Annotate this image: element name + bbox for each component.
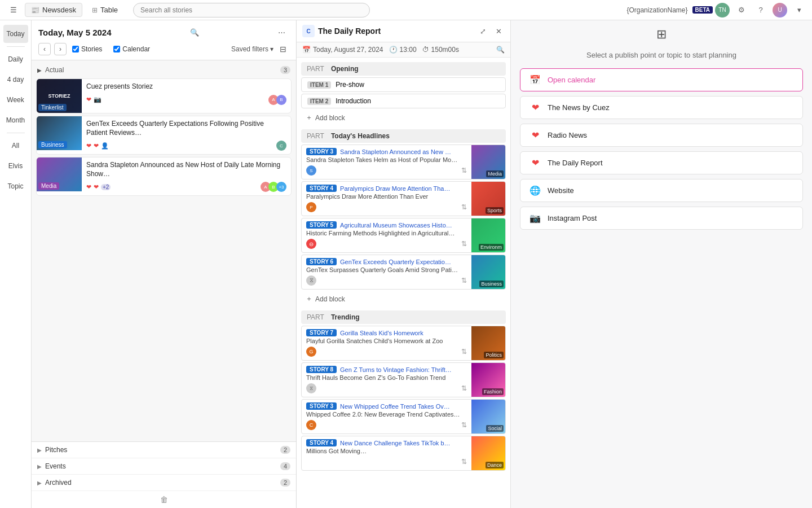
- story4-action-icon[interactable]: ⇅: [461, 203, 467, 211]
- add-block-label-opening: Add block: [315, 114, 345, 122]
- story-item-cuez[interactable]: STORIEZ Tinkerlist Cuez presents Storiez…: [36, 78, 292, 113]
- tab-table[interactable]: ⊞ Table: [86, 3, 124, 17]
- rundown-duration: 150m00s: [431, 46, 459, 54]
- part-trending: PART Trending STORY 7 Gorilla Steals Kid…: [301, 310, 506, 471]
- rundown-logo: C: [302, 25, 315, 37]
- trash-icon[interactable]: 🗑: [160, 495, 168, 504]
- story7-sub: Playful Gorilla Snatches Child's Homewor…: [306, 338, 467, 344]
- right-item-daily-report[interactable]: ❤ The Daily Report: [520, 151, 803, 174]
- story5-action-icon[interactable]: ⇅: [461, 240, 467, 248]
- rundown-story-3b[interactable]: STORY 3 New Whipped Coffee Trend Takes O…: [301, 399, 506, 434]
- right-item-website[interactable]: 🌐 Website: [520, 179, 803, 202]
- tab-calendar[interactable]: Calendar: [111, 44, 152, 54]
- story6-footer: ⧖ ⇅: [306, 275, 467, 286]
- sidebar-btn-today[interactable]: Today: [3, 25, 28, 43]
- story-card-inner-8: STORY 8 Gen Z Turns to Vintage Fashion: …: [302, 363, 505, 397]
- story-item-gentex[interactable]: Business GenTex Exceeds Quarterly Expect…: [36, 116, 292, 155]
- story-title-3: Sandra Stapleton Announced as New Host o…: [86, 161, 286, 178]
- sidebar-btn-all[interactable]: All: [3, 137, 28, 155]
- beta-badge: BETA: [692, 6, 713, 14]
- story3b-topic-tag: Social: [486, 425, 504, 432]
- rundown-close-icon[interactable]: ✕: [492, 25, 505, 37]
- rundown-story-5[interactable]: STORY 5 Agricultural Museum Showcases Hi…: [301, 218, 506, 253]
- more-options-icon[interactable]: ⋯: [275, 25, 289, 40]
- user-avatar[interactable]: U: [773, 3, 787, 17]
- rundown-story-3[interactable]: STORY 3 Sandra Stapleton Announced as Ne…: [301, 144, 506, 179]
- sidebar-btn-topic[interactable]: Topic: [3, 177, 28, 195]
- rundown-story-7[interactable]: STORY 7 Gorilla Steals Kid's Homework Pl…: [301, 326, 506, 361]
- story3-sub: Sandra Stapleton Takes Helm as Host of P…: [306, 156, 467, 163]
- archived-count: 2: [280, 479, 290, 487]
- next-date-btn[interactable]: ›: [54, 43, 67, 55]
- story6-link-title: GenTex Exceeds Quarterly Expectations Fo…: [340, 259, 453, 265]
- filter-icon[interactable]: ⊟: [277, 43, 289, 55]
- sidebar-btn-month[interactable]: Month: [3, 111, 28, 129]
- story-card-content-8: STORY 8 Gen Z Turns to Vintage Fashion: …: [302, 363, 471, 397]
- add-block-headlines[interactable]: ＋ Add block: [301, 292, 506, 306]
- add-block-opening[interactable]: ＋ Add block: [301, 111, 506, 125]
- section-actual[interactable]: ▶ Actual 3: [32, 64, 296, 76]
- section-archived[interactable]: ▶ Archived 2: [32, 475, 296, 491]
- camera-icon-1: 📷: [94, 96, 102, 103]
- right-item-open-calendar[interactable]: 📅 Open calendar: [520, 68, 803, 91]
- tab-stories[interactable]: Stories: [70, 44, 104, 54]
- story-top-1: STORIEZ Tinkerlist Cuez presents Storiez…: [37, 79, 291, 113]
- calendar-checkbox[interactable]: [113, 46, 120, 52]
- settings-icon[interactable]: ⚙: [734, 3, 749, 17]
- story8-badge: STORY 8: [306, 366, 337, 373]
- help-icon[interactable]: ?: [753, 3, 768, 17]
- story3b-footer: C ⇅: [306, 420, 467, 430]
- chevron-down-icon[interactable]: ▾: [792, 3, 806, 17]
- instagram-icon: 📷: [528, 213, 542, 224]
- prev-date-btn[interactable]: ‹: [38, 43, 51, 55]
- search-stories-icon[interactable]: 🔍: [187, 25, 202, 40]
- item-preshow[interactable]: ITEM 1 Pre-show: [301, 77, 506, 92]
- stories-checkbox[interactable]: [72, 46, 79, 52]
- tab-newsdesk[interactable]: 📰 Newsdesk: [25, 3, 82, 17]
- search-input[interactable]: [133, 3, 370, 17]
- rundown-story-4b[interactable]: STORY 4 New Dance Challenge Takes TikTok…: [301, 436, 506, 471]
- right-item-radio-news[interactable]: ❤ Radio News: [520, 124, 803, 147]
- sidebar-divider-2: [7, 133, 25, 133]
- avatar-1[interactable]: TN: [715, 3, 730, 17]
- right-item-instagram[interactable]: 📷 Instagram Post: [520, 207, 803, 230]
- right-item-news-by-cuez[interactable]: ❤ The News by Cuez: [520, 96, 803, 119]
- section-pitches[interactable]: ▶ Pitches 2: [32, 442, 296, 458]
- section-events[interactable]: ▶ Events 4: [32, 458, 296, 475]
- instagram-label: Instagram Post: [548, 214, 597, 222]
- sidebar-btn-elvis[interactable]: Elvis: [3, 157, 28, 175]
- story3b-action-icon[interactable]: ⇅: [461, 421, 467, 429]
- sidebar-btn-4day[interactable]: 4 day: [3, 71, 28, 89]
- rundown-story-4[interactable]: STORY 4 Paralympics Draw More Attention …: [301, 181, 506, 216]
- story3-action-icon[interactable]: ⇅: [461, 167, 467, 174]
- story-title-2: GenTex Exceeds Quarterly Expectations Fo…: [86, 120, 286, 137]
- rundown-title: The Daily Report: [318, 27, 473, 36]
- story6-action-icon[interactable]: ⇅: [461, 277, 467, 284]
- topnav-right: {OrganizationName} BETA TN ⚙ ? U ▾: [626, 3, 806, 17]
- story4b-badge: STORY 4: [306, 439, 337, 446]
- sidebar-btn-week[interactable]: Week: [3, 91, 28, 109]
- filter-chevron-icon: ▾: [270, 45, 273, 53]
- rundown-expand-icon[interactable]: ⤢: [476, 25, 489, 37]
- rundown-search-icon[interactable]: 🔍: [496, 46, 505, 54]
- story-item-sandra[interactable]: Media Sandra Stapleton Announced as New …: [36, 157, 292, 196]
- item-introduction[interactable]: ITEM 2 Introduction: [301, 94, 506, 108]
- story8-footer: ⧖ ⇅: [306, 383, 467, 393]
- trash-row: 🗑: [32, 491, 296, 508]
- rundown-story-6[interactable]: STORY 6 GenTex Exceeds Quarterly Expecta…: [301, 255, 506, 290]
- tv-icon: ❤: [528, 157, 542, 168]
- story6-badge: STORY 6: [306, 258, 337, 265]
- story-icons-2: ❤ ❤ 👤: [86, 142, 109, 150]
- story8-action-icon[interactable]: ⇅: [461, 384, 467, 392]
- story7-action-icon[interactable]: ⇅: [461, 348, 467, 356]
- hamburger-menu[interactable]: ☰: [6, 2, 21, 18]
- news-by-cuez-label: The News by Cuez: [548, 103, 610, 112]
- story4b-action-icon[interactable]: ⇅: [461, 458, 467, 466]
- story6-topic-tag: Business: [479, 281, 504, 287]
- rundown-story-8[interactable]: STORY 8 Gen Z Turns to Vintage Fashion: …: [301, 362, 506, 397]
- saved-filters-btn[interactable]: Saved filters ▾: [231, 45, 273, 53]
- story6-img: Business: [471, 255, 505, 289]
- story3-topic-tag: Media: [486, 170, 504, 177]
- sidebar-btn-daily[interactable]: Daily: [3, 50, 28, 68]
- rundown-sub-header: 📅 Today, August 27, 2024 🕐 13:00 ⏱ 150m0…: [297, 42, 510, 58]
